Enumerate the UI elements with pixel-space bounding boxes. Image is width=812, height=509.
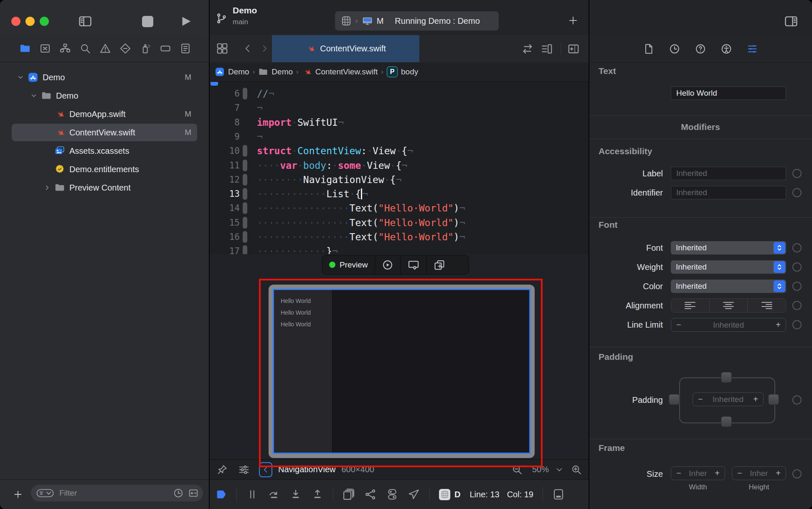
toggle-inspector-icon[interactable] (784, 14, 799, 28)
align-left-button[interactable] (671, 299, 709, 312)
stop-button[interactable] (142, 16, 153, 27)
navigator-tab-org[interactable] (59, 43, 71, 54)
activity-status-pill[interactable]: › M Running Demo : Demo (335, 11, 499, 31)
line-number[interactable]: 15 (209, 216, 240, 230)
tree-row-preview-content[interactable]: Preview Content (0, 178, 209, 197)
tab-contentview-swift[interactable]: ContentView.swift (272, 35, 419, 62)
preview-options-icon[interactable] (238, 464, 250, 476)
run-button[interactable] (179, 14, 193, 28)
navigator-tab-folder-fill[interactable] (19, 43, 31, 54)
tree-row-assets-xcassets[interactable]: Assets.xcassets (0, 142, 209, 160)
line-number[interactable]: 8 (209, 115, 240, 130)
line-number[interactable]: 17 (209, 244, 240, 254)
location-icon[interactable] (408, 488, 420, 501)
line-limit-stepper[interactable]: − Inherited + (671, 318, 786, 332)
padding-radio[interactable] (792, 395, 802, 405)
padding-bottom-toggle[interactable] (721, 416, 732, 427)
line-limit-radio[interactable] (792, 320, 802, 329)
minimize-window-button[interactable] (25, 17, 35, 26)
console-toggle-icon[interactable] (552, 488, 565, 501)
step-into-icon[interactable] (289, 488, 302, 501)
breadcrumb-item[interactable]: Demo (228, 67, 249, 76)
color-radio[interactable] (792, 282, 802, 291)
scheme-title[interactable]: Demo (233, 5, 257, 15)
recent-files-clock-icon[interactable] (173, 488, 184, 499)
device-settings-icon[interactable] (407, 259, 420, 271)
accessibility-label-input[interactable] (675, 168, 786, 178)
toggle-navigator-icon[interactable] (78, 14, 93, 28)
breakpoint-fill-icon[interactable] (215, 488, 227, 501)
chevron-down-icon[interactable] (17, 74, 24, 81)
source-control-status-icon[interactable] (188, 488, 199, 499)
stepper-plus[interactable]: + (753, 394, 758, 404)
add-item-icon[interactable] (13, 489, 23, 500)
line-number[interactable]: 11 (209, 158, 240, 173)
step-out-icon[interactable] (311, 488, 324, 501)
line-number[interactable]: 14 (209, 201, 240, 215)
padding-stepper[interactable]: − Inherited + (693, 392, 764, 406)
navigator-editor-divider[interactable] (209, 0, 210, 509)
navigator-tab-search[interactable] (79, 43, 91, 54)
weight-radio[interactable] (792, 262, 802, 272)
close-window-button[interactable] (11, 17, 20, 26)
line-number[interactable]: 7 (209, 101, 240, 115)
padding-trailing-toggle[interactable] (768, 394, 779, 405)
inspector-tab-help[interactable] (695, 43, 706, 55)
inspector-tab-doc[interactable] (643, 43, 655, 55)
padding-leading-toggle[interactable] (669, 394, 680, 405)
source-editor[interactable]: 6//¬7¬8import·SwiftUI¬9¬10struct·Content… (209, 82, 589, 254)
frame-width-stepper[interactable]: − Inher + (671, 466, 725, 480)
tree-row-contentview-swift[interactable]: ContentView.swiftM (0, 123, 209, 142)
align-right-button[interactable] (747, 299, 786, 312)
zoom-window-button[interactable] (40, 17, 49, 26)
tree-row-demoapp-swift[interactable]: DemoApp.swiftM (0, 105, 209, 123)
stepper-plus[interactable]: + (776, 320, 781, 330)
stepper-minus[interactable]: − (676, 468, 681, 478)
add-tab-icon[interactable] (567, 15, 579, 26)
font-radio[interactable] (792, 243, 802, 252)
accessibility-label-field[interactable] (671, 167, 786, 180)
line-number[interactable]: 9 (209, 130, 240, 144)
navigator-tab-diamond[interactable] (119, 43, 131, 54)
zoom-menu-chevron-icon[interactable] (555, 465, 564, 474)
font-popup[interactable]: Inherited (671, 241, 786, 254)
navigator-tab-symbols[interactable] (39, 43, 51, 54)
stepper-minus[interactable]: − (698, 394, 703, 404)
weight-popup[interactable]: Inherited (671, 260, 786, 274)
text-value-input[interactable] (675, 88, 786, 98)
add-editor-icon[interactable] (567, 43, 580, 55)
align-center-button[interactable] (709, 299, 748, 312)
navigator-tab-spray[interactable] (140, 43, 151, 54)
alignment-radio[interactable] (792, 301, 802, 310)
debug-hierarchy-icon[interactable] (364, 488, 377, 501)
inspector-tab-clock[interactable] (669, 43, 680, 55)
stepper-plus[interactable]: + (776, 468, 781, 478)
duplicate-preview-icon[interactable] (434, 259, 445, 271)
color-popup[interactable]: Inherited (671, 280, 786, 293)
line-number[interactable]: 13 (209, 187, 240, 201)
pause-icon[interactable] (246, 488, 259, 501)
navigator-tab-report[interactable] (180, 43, 191, 54)
inspector-tab-attributes[interactable] (746, 43, 758, 55)
padding-top-toggle[interactable] (721, 372, 732, 383)
accessibility-identifier-radio[interactable] (792, 188, 802, 197)
related-items-icon[interactable] (216, 42, 228, 55)
chevron-down-icon[interactable] (30, 92, 38, 99)
adjust-editor-options-icon[interactable] (540, 43, 553, 55)
line-number[interactable]: 6 (209, 87, 240, 101)
text-value-field[interactable] (671, 87, 786, 100)
navigator-tab-tag[interactable] (160, 43, 171, 54)
forward-icon[interactable] (259, 43, 270, 54)
filter-input[interactable] (58, 488, 169, 498)
stepper-minus[interactable]: − (676, 320, 681, 330)
tree-row-demo-entitlements[interactable]: Demo.entitlements (0, 160, 209, 178)
inspector-tab-accessibility[interactable] (721, 43, 732, 55)
step-over-icon[interactable] (268, 488, 280, 501)
breadcrumb-item[interactable]: Demo (272, 67, 293, 76)
zoom-in-icon[interactable] (571, 464, 582, 476)
line-number[interactable]: 12 (209, 173, 240, 187)
accessibility-identifier-field[interactable] (671, 186, 786, 199)
line-number[interactable]: 10 (209, 144, 240, 158)
tree-row-demo[interactable]: Demo (0, 87, 209, 105)
frame-height-stepper[interactable]: − Inher + (732, 466, 786, 480)
